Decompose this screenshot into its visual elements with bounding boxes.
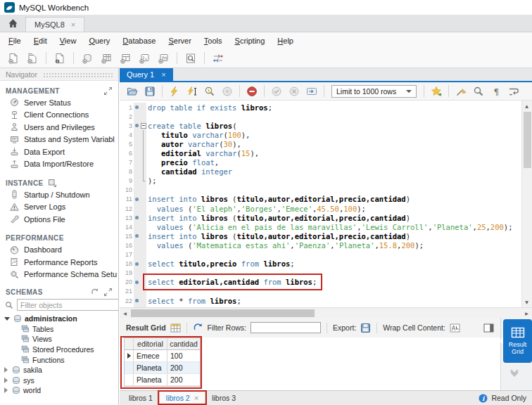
panel-toggle-icon[interactable] [483,323,494,333]
sidebar-item-users-and-privileges[interactable]: Users and Privileges [0,121,118,134]
schema-child-tables[interactable]: Tables [0,324,118,335]
code-editor[interactable]: 1drop table if exists libros;23create ta… [120,101,532,307]
create-schema-icon[interactable] [80,51,95,65]
sidebar-item-data-import-restore[interactable]: Data Import/Restore [0,158,118,171]
table-row[interactable]: Planeta200 [125,362,200,374]
schema-child-functions[interactable]: Functions [0,354,118,365]
stop-on-error-icon[interactable] [244,84,260,98]
cell[interactable]: 200 [167,374,200,385]
menu-item-server[interactable]: Server [162,34,197,48]
sidebar-item-status-and-system-variabl[interactable]: Status and System Variabl [0,134,118,146]
result-tab-libros-3[interactable]: libros 3 [205,391,242,405]
migration-icon[interactable] [210,51,226,65]
table-row[interactable]: Emece100 [125,350,200,362]
invisibles-icon[interactable]: ¶ [488,84,504,98]
code-line[interactable]: 13insert into libros (titulo,autor,edito… [120,213,532,222]
close-icon[interactable]: × [161,70,165,79]
export-icon[interactable] [360,323,371,333]
scrollbar-thumb[interactable] [131,309,315,317]
sidebar-item-server-logs[interactable]: Server Logs [0,201,118,214]
cell[interactable]: 200 [167,362,200,373]
code-line[interactable]: 5 autor varchar(30), [120,139,532,148]
cell[interactable]: Planeta [134,374,167,385]
chevron-down-icon[interactable] [4,317,10,321]
open-folder-icon[interactable] [125,84,140,98]
sidebar-item-performance-schema-setu[interactable]: Performance Schema Setu [0,269,118,281]
code-line[interactable]: 16 values ('Matematica estas ahi','Paenz… [120,240,532,250]
sidebar-item-server-status[interactable]: Server Status [0,96,118,109]
menu-item-query[interactable]: Query [82,34,116,48]
code-line[interactable]: 20select editorial,cantidad from libros; [120,278,532,287]
refresh-icon[interactable] [193,323,203,333]
expand[interactable] [103,86,113,96]
result-grid[interactable]: editorialcantidadEmece100Planeta200Plane… [124,338,201,387]
code-line[interactable]: 9); [120,176,532,186]
cell[interactable]: Emece [134,350,167,361]
code-line[interactable]: 21 [120,287,532,296]
menu-item-edit[interactable]: Edit [27,34,53,48]
code-line[interactable]: 2 [120,112,532,121]
chevron-right-icon[interactable] [4,387,8,393]
find-icon[interactable] [471,84,486,98]
scroll-down-icon[interactable]: ▼ [521,297,532,307]
create-view-icon[interactable] [118,51,133,65]
chevron-right-icon[interactable] [4,367,8,373]
search-data-icon[interactable] [183,51,198,65]
scroll-right-icon[interactable]: ▶ [521,308,532,319]
stop-icon[interactable] [220,84,235,98]
table-row[interactable]: Planeta200 [125,374,200,386]
sidebar-item-startup-shutdown[interactable]: Startup / Shutdown [0,188,118,201]
save-icon[interactable] [142,84,158,98]
code-line[interactable]: 7 precio float, [120,158,532,167]
autocommit-icon[interactable] [304,84,319,98]
navigator-grip[interactable] [43,72,113,78]
code-line[interactable]: 17 [120,250,532,259]
code-line[interactable]: 10 [120,186,532,195]
expand-schemas-icon[interactable] [103,288,113,297]
menu-item-file[interactable]: File [2,34,27,48]
schema-node-administracion[interactable]: administracion [0,314,118,324]
editor-vertical-scrollbar[interactable]: ▲ ▼ [521,101,532,307]
result-tab-libros-2[interactable]: libros 2× [159,391,205,405]
schema-child-views[interactable]: Views [0,334,118,345]
code-line[interactable]: 18select titulo,precio from libros; [120,259,532,269]
execute-current-icon[interactable] [184,84,200,98]
sidebar-item-options-file[interactable]: Options File [0,213,118,226]
open-script-icon[interactable] [25,51,40,65]
create-table-icon[interactable] [99,51,114,65]
home-tab[interactable] [0,15,25,32]
code-line[interactable]: 11insert into libros (titulo,autor,edito… [120,195,532,204]
beautify-icon[interactable] [453,84,469,98]
limit-rows-dropdown[interactable]: Limit to 1000 rows [331,85,417,98]
close-icon[interactable]: × [71,20,75,29]
code-line[interactable]: 22select * from libros; [120,296,532,305]
new-script-icon[interactable] [6,51,21,65]
sidebar-item-client-connections[interactable]: Client Connections [0,109,118,122]
scroll-left-icon[interactable]: ◀ [120,308,130,319]
server-info-icon[interactable] [52,51,68,65]
commit-icon[interactable] [269,84,284,98]
sidebar-item-dashboard[interactable]: Dashboard [0,244,118,257]
save-snippet-icon[interactable] [429,84,444,98]
editor-horizontal-scrollbar[interactable]: ◀ ▶ [120,307,532,318]
cell[interactable]: 100 [167,350,200,361]
sidebar-item-data-export[interactable]: Data Export [0,146,118,158]
code-line[interactable]: 4 titulo varchar(100), [120,130,532,139]
column-header-cantidad[interactable]: cantidad [167,338,200,349]
scrollbar-thumb[interactable] [524,112,531,168]
menu-item-scripting[interactable]: Scripting [229,34,272,48]
menu-item-database[interactable]: Database [116,34,162,48]
code-line[interactable]: 3create table libros( [120,121,532,130]
menu-item-tools[interactable]: Tools [198,34,229,48]
connection-tab-mysql8[interactable]: MySQL8 × [25,17,84,32]
filter-rows-input[interactable] [251,322,321,333]
column-header-editorial[interactable]: editorial [134,338,167,349]
filter-objects-input[interactable] [17,299,119,311]
scroll-up-icon[interactable]: ▲ [521,101,532,111]
wrap-icon[interactable] [506,84,521,98]
refresh-schemas-icon[interactable] [90,288,99,297]
menu-item-view[interactable]: View [53,34,83,48]
result-grid-panel-button[interactable]: Result Grid [503,319,532,363]
code-line[interactable]: 14 values ('Alicia en el pais de las mar… [120,222,532,231]
code-line[interactable]: 1drop table if exists libros; [120,103,532,112]
